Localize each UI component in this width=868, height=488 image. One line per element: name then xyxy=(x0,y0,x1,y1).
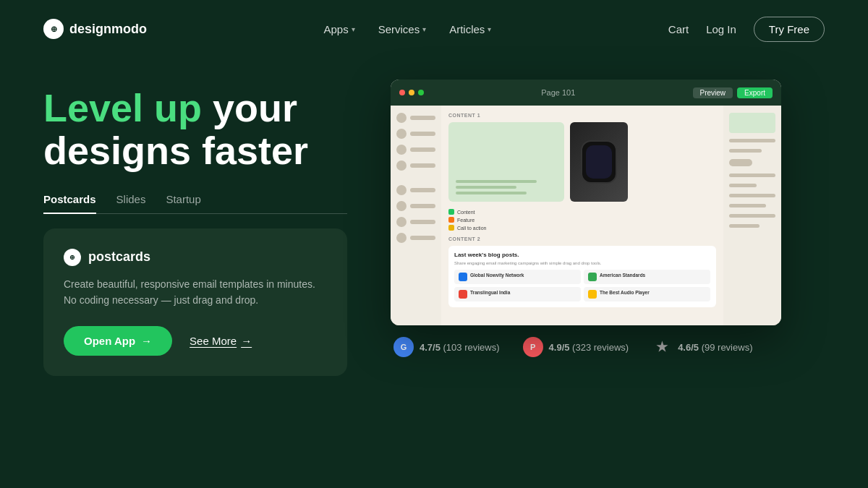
screenshot-sidebar xyxy=(391,106,441,325)
services-chevron-icon: ▾ xyxy=(422,25,426,33)
producthunt-badge: P xyxy=(523,337,543,357)
dot-red xyxy=(399,90,405,95)
ss-circle xyxy=(396,113,407,123)
navbar: ⊕ designmodo Apps ▾ Services ▾ Articles … xyxy=(0,0,868,58)
logo-icon: ⊕ xyxy=(43,19,64,39)
nav-apps[interactable]: Apps ▾ xyxy=(323,23,354,35)
list-item: American Standards xyxy=(584,270,710,284)
ss-item xyxy=(396,129,435,139)
tab-startup[interactable]: Startup xyxy=(166,193,200,214)
ss-circle xyxy=(396,129,407,139)
ss-line xyxy=(410,132,435,136)
ss-line xyxy=(410,188,435,192)
ss-circle xyxy=(396,160,407,171)
menu-items: Content Feature Call to action xyxy=(448,209,716,231)
product-tabs: Postcards Slides Startup xyxy=(43,193,347,214)
login-link[interactable]: Log In xyxy=(706,23,736,35)
watch-image xyxy=(570,122,628,202)
hero-right: Page 101 Preview Export xyxy=(391,80,825,357)
open-app-button[interactable]: Open App → xyxy=(64,326,172,356)
content2-block: Last week's blog posts. Share engaging e… xyxy=(448,246,716,307)
hero-title-highlight: Level up xyxy=(43,86,202,129)
app-card-description: Create beautiful, responsive email templ… xyxy=(64,276,327,309)
cart-link[interactable]: Cart xyxy=(668,23,689,35)
nav-articles[interactable]: Articles ▾ xyxy=(449,23,491,35)
ss-item xyxy=(396,160,435,171)
screenshot-main: CONTENT 1 xyxy=(441,106,723,325)
rating-star-score: 4.6/5 (99 reviews) xyxy=(678,342,752,353)
logo[interactable]: ⊕ designmodo xyxy=(43,19,147,39)
hero-left: Level up your designs faster Postcards S… xyxy=(43,80,347,376)
gc-line xyxy=(456,186,516,189)
export-button[interactable]: Export xyxy=(737,87,773,98)
arrow-icon: → xyxy=(141,335,152,347)
articles-chevron-icon: ▾ xyxy=(488,25,491,33)
app-card: ⊕ postcards Create beautiful, responsive… xyxy=(43,228,347,376)
c2-grid: Global Nowvity Network American Standard… xyxy=(454,270,710,301)
rp-block xyxy=(729,113,775,133)
hero-section: Level up your designs faster Postcards S… xyxy=(0,58,868,376)
list-item: Global Nowvity Network xyxy=(454,270,581,284)
rating-google: G 4.7/5 (103 reviews) xyxy=(393,337,500,357)
ss-item xyxy=(396,217,435,227)
menu-icon-content xyxy=(448,209,454,215)
ss-line xyxy=(410,116,435,120)
ss-item xyxy=(396,233,435,243)
tab-slides[interactable]: Slides xyxy=(116,193,146,214)
gc-line xyxy=(456,180,537,183)
star-badge-icon: ★ xyxy=(652,337,672,357)
watch-bezel xyxy=(581,140,617,184)
gc-line xyxy=(456,192,527,194)
menu-item-feature: Feature xyxy=(448,217,716,223)
rp-line xyxy=(729,139,775,142)
rating-google-score: 4.7/5 (103 reviews) xyxy=(420,342,500,353)
ss-item xyxy=(396,145,435,155)
c2-text: Global Nowvity Network xyxy=(470,273,524,278)
list-item: Translingual India xyxy=(454,287,581,301)
ratings-bar: G 4.7/5 (103 reviews) P 4.9/5 (323 revie… xyxy=(391,337,825,357)
hero-title: Level up your designs faster xyxy=(43,87,347,173)
watch-face xyxy=(586,145,612,179)
rp-line xyxy=(729,224,760,228)
ss-line xyxy=(410,163,435,168)
try-free-button[interactable]: Try Free xyxy=(754,17,825,42)
ss-circle xyxy=(396,145,407,155)
menu-icon-feature xyxy=(448,217,454,223)
app-card-header: ⊕ postcards xyxy=(64,249,327,266)
list-item: The Best Audio Player xyxy=(584,287,710,301)
c2-text: The Best Audio Player xyxy=(600,290,650,296)
ss-item xyxy=(396,113,435,123)
rp-line xyxy=(729,204,766,207)
preview-button[interactable]: Preview xyxy=(693,87,733,98)
app-card-name: postcards xyxy=(88,249,150,265)
content-block1 xyxy=(448,122,716,202)
c2-text: American Standards xyxy=(600,273,645,278)
tab-postcards[interactable]: Postcards xyxy=(43,193,96,214)
c2-icon xyxy=(459,290,467,299)
screenshot-topbar: Page 101 Preview Export xyxy=(391,80,781,106)
card-actions: Open App → See More → xyxy=(64,326,327,356)
logo-text: designmodo xyxy=(69,22,147,37)
rp-line xyxy=(729,174,775,177)
c2-subtitle: Share engaging email marketing campaigns… xyxy=(454,261,710,265)
ss-line xyxy=(410,147,435,152)
rating-producthunt-score: 4.9/5 (323 reviews) xyxy=(549,342,629,353)
ss-item xyxy=(396,185,435,195)
screenshot-body: CONTENT 1 xyxy=(391,106,781,325)
dot-yellow xyxy=(409,90,414,95)
rp-line xyxy=(729,194,775,197)
rp-line xyxy=(729,184,757,187)
ss-item xyxy=(396,201,435,211)
see-more-link[interactable]: See More → xyxy=(190,335,252,347)
content2-label: CONTENT 2 xyxy=(448,236,716,241)
ss-circle xyxy=(396,201,407,211)
screenshot-right-panel xyxy=(723,106,781,325)
rp-line xyxy=(729,149,762,153)
nav-links: Apps ▾ Services ▾ Articles ▾ xyxy=(323,23,491,35)
topbar-buttons: Preview Export xyxy=(693,87,773,98)
ss-line xyxy=(410,204,435,208)
nav-right: Cart Log In Try Free xyxy=(668,17,825,42)
rp-line xyxy=(729,214,775,218)
nav-services[interactable]: Services ▾ xyxy=(378,23,427,35)
app-screenshot: Page 101 Preview Export xyxy=(391,80,781,325)
